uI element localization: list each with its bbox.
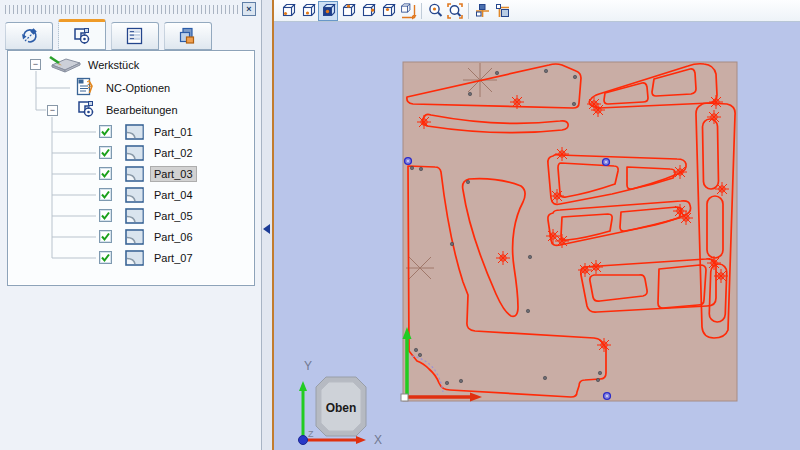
zoom-fit-button[interactable] xyxy=(398,1,418,21)
part-checkbox[interactable] xyxy=(99,167,112,180)
toolbar-separator xyxy=(468,3,469,19)
panel-close-button[interactable]: × xyxy=(242,2,256,16)
nc-list-icon xyxy=(125,26,145,46)
tree-item-nc-optionen[interactable]: NC-Optionen xyxy=(103,81,173,95)
graphics-viewport: Oben Z Y X xyxy=(272,0,800,450)
tab-nc-list[interactable] xyxy=(111,22,159,50)
panel-grip[interactable] xyxy=(5,5,238,14)
part-checkbox[interactable] xyxy=(99,251,112,264)
toolbar-separator xyxy=(421,3,422,19)
tree-item-part_01[interactable]: Part_01 xyxy=(151,125,196,139)
part-icon xyxy=(125,145,144,161)
parts-icon xyxy=(178,26,198,46)
machining-icon xyxy=(72,26,92,46)
tab-machining[interactable] xyxy=(58,19,106,50)
machining-expander[interactable]: − xyxy=(47,105,58,116)
tree-item-part_06[interactable]: Part_06 xyxy=(151,230,196,244)
view-cube-top-button[interactable] xyxy=(318,1,338,21)
view-cube-iso-6-button[interactable] xyxy=(378,1,398,21)
part-checkbox[interactable] xyxy=(99,209,112,222)
axis-y-label: Y xyxy=(304,359,312,373)
view-cube-iso-4-button[interactable] xyxy=(338,1,358,21)
panel-tabs xyxy=(0,19,261,50)
tree-item-part_07[interactable]: Part_07 xyxy=(151,251,196,265)
grid-layout-2-button[interactable] xyxy=(492,1,512,21)
view-cube-iso-5-button[interactable] xyxy=(358,1,378,21)
panel-collapse-arrow[interactable] xyxy=(263,224,270,234)
view-toolbar xyxy=(274,0,800,22)
zoom-button[interactable] xyxy=(425,1,445,21)
tree-item-bearbeitungen[interactable]: Bearbeitungen xyxy=(103,103,181,117)
tree-item-part_04[interactable]: Part_04 xyxy=(151,188,196,202)
machining-tree: − Werkstück NC-Optionen xyxy=(7,50,255,286)
panel-splitter[interactable] xyxy=(262,0,272,450)
tree-item-werkstueck[interactable]: Werkstück xyxy=(85,58,142,72)
tree-panel: × xyxy=(0,0,262,450)
panel-titlebar[interactable]: × xyxy=(3,1,258,17)
nc-options-icon xyxy=(76,77,96,97)
root-expander[interactable]: − xyxy=(30,59,41,70)
tab-parts[interactable] xyxy=(164,22,212,50)
scene: Oben Z Y X xyxy=(274,22,800,449)
tab-simulation[interactable] xyxy=(5,22,53,50)
part-checkbox[interactable] xyxy=(99,188,112,201)
part-checkbox[interactable] xyxy=(99,125,112,138)
part-icon xyxy=(125,208,144,224)
part-icon xyxy=(125,250,144,266)
nav-cube[interactable]: Oben xyxy=(316,377,366,436)
3d-canvas[interactable]: Oben Z Y X xyxy=(274,22,800,449)
simulation-icon xyxy=(19,26,39,46)
workpiece-sheet[interactable] xyxy=(403,62,737,401)
view-cube-iso-2-button[interactable] xyxy=(298,1,318,21)
part-icon xyxy=(125,166,144,182)
machining-group-icon xyxy=(76,99,96,119)
part-icon xyxy=(125,229,144,245)
axis-z-label: Z xyxy=(308,429,314,439)
part-icon xyxy=(125,124,144,140)
tree-item-part_02[interactable]: Part_02 xyxy=(151,146,196,160)
axis-x-label: X xyxy=(374,433,382,447)
part-checkbox[interactable] xyxy=(99,146,112,159)
grid-layout-1-button[interactable] xyxy=(472,1,492,21)
application-window: × xyxy=(0,0,800,450)
workpiece-icon xyxy=(46,54,84,73)
tree-item-part_03[interactable]: Part_03 xyxy=(151,167,196,181)
tree-item-part_05[interactable]: Part_05 xyxy=(151,209,196,223)
part-checkbox[interactable] xyxy=(99,230,112,243)
part-icon xyxy=(125,187,144,203)
nav-cube-label: Oben xyxy=(326,401,357,415)
zoom-window-button[interactable] xyxy=(445,1,465,21)
view-cube-iso-1-button[interactable] xyxy=(278,1,298,21)
